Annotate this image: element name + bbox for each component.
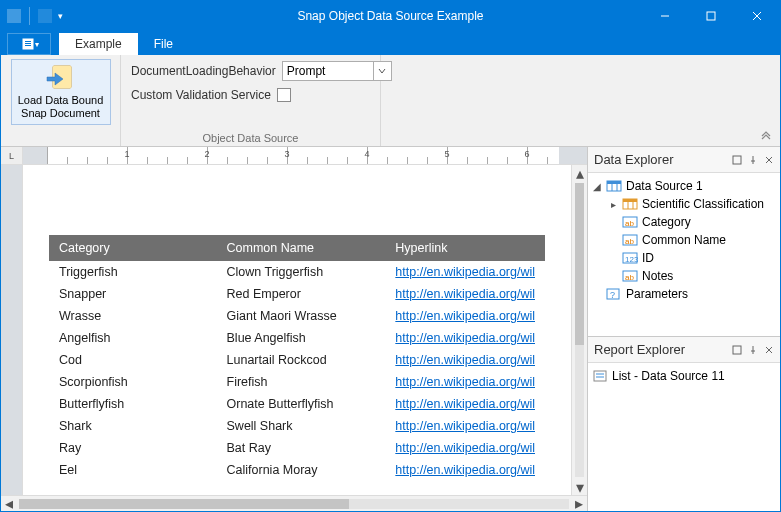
table-row[interactable]: ButterflyfishOrnate Butterflyfishhttp://…: [49, 393, 545, 415]
tree-node-datasource[interactable]: ◢ Data Source 1: [592, 177, 778, 195]
tree-node-field[interactable]: abNotes: [608, 267, 778, 285]
close-button[interactable]: [734, 1, 780, 31]
qat-slot[interactable]: [38, 9, 52, 23]
cell-hyperlink[interactable]: http://en.wikipedia.org/wil: [385, 261, 545, 283]
panel-close-icon[interactable]: [764, 155, 774, 165]
tree-node-label: Scientific Classification: [642, 197, 764, 211]
scroll-up-icon[interactable]: ▴: [572, 165, 587, 181]
cell-hyperlink[interactable]: http://en.wikipedia.org/wil: [385, 283, 545, 305]
data-explorer-header[interactable]: Data Explorer: [588, 147, 780, 173]
cell-hyperlink[interactable]: http://en.wikipedia.org/wil: [385, 415, 545, 437]
tree-node-field[interactable]: abCategory: [608, 213, 778, 231]
cell-common-name: Bat Ray: [217, 437, 386, 459]
cell-hyperlink[interactable]: http://en.wikipedia.org/wil: [385, 327, 545, 349]
expand-icon[interactable]: ▸: [608, 199, 618, 210]
svg-text:ab: ab: [625, 237, 634, 246]
loading-behavior-input[interactable]: [283, 62, 373, 80]
tree-node-field[interactable]: 123ID: [608, 249, 778, 267]
minimize-button[interactable]: [642, 1, 688, 31]
custom-validation-checkbox[interactable]: [277, 88, 291, 102]
vertical-scrollbar[interactable]: ▴ ▾: [571, 165, 587, 495]
cell-common-name: Giant Maori Wrasse: [217, 305, 386, 327]
table-row[interactable]: EelCalifornia Morayhttp://en.wikipedia.o…: [49, 459, 545, 481]
vertical-ruler[interactable]: [1, 165, 23, 495]
panel-window-icon[interactable]: [732, 345, 742, 355]
report-explorer-body[interactable]: List - Data Source 11: [588, 363, 780, 511]
panel-window-icon[interactable]: [732, 155, 742, 165]
big-button-label: Load Data Bound Snap Document: [18, 94, 104, 120]
tab-file[interactable]: File: [138, 33, 189, 55]
horizontal-scrollbar[interactable]: ◂ ▸: [1, 495, 587, 511]
scroll-down-icon[interactable]: ▾: [572, 479, 587, 495]
report-list-label: List - Data Source 11: [612, 369, 725, 383]
file-menu-button[interactable]: ▾: [7, 33, 51, 55]
scroll-thumb-horizontal[interactable]: [19, 499, 349, 509]
svg-rect-8: [25, 45, 31, 46]
datasource-icon: [606, 179, 622, 193]
custom-validation-label: Custom Validation Service: [131, 88, 271, 102]
column-header[interactable]: Category: [49, 235, 217, 261]
svg-rect-7: [25, 43, 31, 44]
qat-separator: [29, 7, 30, 25]
qat-dropdown-icon[interactable]: ▾: [58, 11, 63, 21]
chevron-down-icon[interactable]: [373, 62, 391, 80]
svg-rect-19: [623, 199, 637, 202]
cell-category: Snapper: [49, 283, 217, 305]
column-header[interactable]: Common Name: [217, 235, 386, 261]
cell-hyperlink[interactable]: http://en.wikipedia.org/wil: [385, 305, 545, 327]
table-row[interactable]: SnapperRed Emperorhttp://en.wikipedia.or…: [49, 283, 545, 305]
document-area: L 123456 CategoryCommon NameHyperlink Tr…: [1, 147, 588, 511]
table-row[interactable]: AngelfishBlue Angelfishhttp://en.wikiped…: [49, 327, 545, 349]
load-data-bound-snap-document-button[interactable]: Load Data Bound Snap Document: [11, 59, 111, 125]
ruler-number: 6: [524, 149, 529, 159]
cell-category: Butterflyfish: [49, 393, 217, 415]
data-explorer-title: Data Explorer: [594, 152, 673, 167]
svg-text:ab: ab: [625, 273, 634, 282]
maximize-button[interactable]: [688, 1, 734, 31]
cell-hyperlink[interactable]: http://en.wikipedia.org/wil: [385, 459, 545, 481]
app-icon: [7, 9, 21, 23]
table-row[interactable]: SharkSwell Sharkhttp://en.wikipedia.org/…: [49, 415, 545, 437]
cell-common-name: California Moray: [217, 459, 386, 481]
tree-node-label: Category: [642, 215, 691, 229]
column-header[interactable]: Hyperlink: [385, 235, 545, 261]
tree-node-parameters[interactable]: ? Parameters: [592, 285, 778, 303]
field-icon: ab: [622, 215, 638, 229]
report-list-item[interactable]: List - Data Source 11: [590, 367, 778, 385]
field-icon: [622, 197, 638, 211]
document-arrow-icon: [45, 64, 77, 90]
table-row[interactable]: WrasseGiant Maori Wrassehttp://en.wikipe…: [49, 305, 545, 327]
tab-example[interactable]: Example: [59, 33, 138, 55]
table-row[interactable]: ScorpionfishFirefishhttp://en.wikipedia.…: [49, 371, 545, 393]
panel-pin-icon[interactable]: [748, 345, 758, 355]
scroll-left-icon[interactable]: ◂: [1, 496, 17, 512]
scroll-right-icon[interactable]: ▸: [571, 496, 587, 512]
report-explorer-header[interactable]: Report Explorer: [588, 337, 780, 363]
loading-behavior-combo[interactable]: [282, 61, 392, 81]
data-explorer-tree[interactable]: ◢ Data Source 1 ▸Scientific Classificati…: [588, 173, 780, 336]
cell-category: Wrasse: [49, 305, 217, 327]
scroll-thumb-vertical[interactable]: [575, 183, 584, 345]
cell-hyperlink[interactable]: http://en.wikipedia.org/wil: [385, 437, 545, 459]
tree-node-field[interactable]: ▸Scientific Classification: [608, 195, 778, 213]
panel-pin-icon[interactable]: [748, 155, 758, 165]
ruler-corner[interactable]: L: [1, 147, 23, 164]
cell-category: Triggerfish: [49, 261, 217, 283]
list-icon: [592, 369, 608, 383]
table-row[interactable]: TriggerfishClown Triggerfishhttp://en.wi…: [49, 261, 545, 283]
cell-hyperlink[interactable]: http://en.wikipedia.org/wil: [385, 371, 545, 393]
cell-hyperlink[interactable]: http://en.wikipedia.org/wil: [385, 393, 545, 415]
document-viewport[interactable]: CategoryCommon NameHyperlink Triggerfish…: [23, 165, 571, 495]
horizontal-ruler[interactable]: 123456: [23, 147, 587, 164]
data-table: CategoryCommon NameHyperlink Triggerfish…: [49, 235, 545, 481]
panel-close-icon[interactable]: [764, 345, 774, 355]
svg-rect-6: [25, 41, 31, 42]
collapse-icon[interactable]: ◢: [592, 181, 602, 192]
table-row[interactable]: RayBat Rayhttp://en.wikipedia.org/wil: [49, 437, 545, 459]
workspace: L 123456 CategoryCommon NameHyperlink Tr…: [1, 147, 780, 511]
cell-hyperlink[interactable]: http://en.wikipedia.org/wil: [385, 349, 545, 371]
ribbon-collapse-icon[interactable]: [760, 128, 772, 140]
ribbon-group-label: Object Data Source: [131, 130, 370, 144]
table-row[interactable]: CodLunartail Rockcodhttp://en.wikipedia.…: [49, 349, 545, 371]
tree-node-field[interactable]: abCommon Name: [608, 231, 778, 249]
